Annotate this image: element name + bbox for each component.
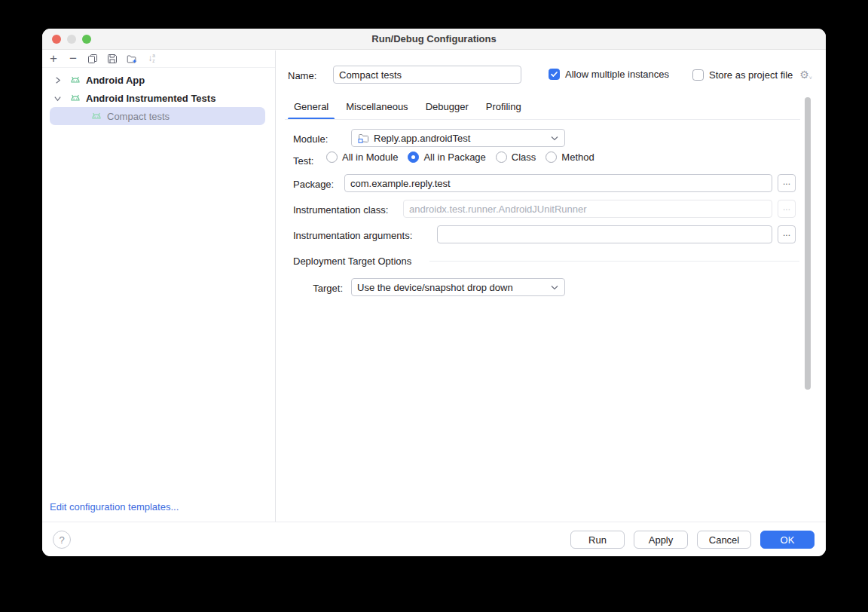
help-button[interactable]: ? — [53, 531, 71, 549]
allow-multiple-instances-checkbox[interactable]: Allow multiple instances — [549, 69, 669, 80]
configurations-tree: Android App Android Instrumented Tests — [42, 71, 275, 125]
run-debug-configurations-dialog: Run/Debug Configurations + − ↓az — [42, 29, 826, 556]
radio-selected-icon[interactable] — [408, 151, 419, 163]
module-label: Module: — [293, 133, 328, 145]
radio-method[interactable]: Method — [546, 151, 594, 163]
sort-configurations-icon[interactable]: ↓az — [145, 53, 157, 65]
tree-item-label: Android Instrumented Tests — [86, 93, 215, 104]
vertical-scrollbar[interactable] — [805, 97, 811, 390]
new-folder-icon[interactable] — [126, 53, 138, 65]
radio-unselected-icon[interactable] — [546, 151, 557, 163]
dialog-footer: ? Run Apply Cancel OK — [42, 522, 826, 556]
close-window-button[interactable] — [52, 35, 61, 44]
name-label: Name: — [288, 70, 316, 81]
package-label: Package: — [293, 179, 334, 190]
browse-instrumentation-class-button: ... — [778, 200, 796, 218]
screen-background: Run/Debug Configurations + − ↓az — [0, 0, 868, 612]
run-button[interactable]: Run — [570, 531, 625, 549]
cancel-button[interactable]: Cancel — [697, 531, 751, 549]
instrumentation-class-input — [403, 200, 772, 218]
edit-configuration-templates-link[interactable]: Edit configuration templates... — [50, 501, 179, 513]
android-icon — [90, 110, 102, 122]
deployment-target-options-header: Deployment Target Options — [293, 256, 411, 267]
chevron-down-icon[interactable] — [53, 93, 62, 103]
chevron-right-icon[interactable] — [53, 75, 62, 84]
radio-label: All in Module — [342, 151, 398, 163]
chevron-down-icon — [551, 136, 558, 141]
module-icon — [357, 132, 369, 144]
checkbox-checked-icon[interactable] — [549, 69, 560, 80]
apply-button[interactable]: Apply — [634, 531, 688, 549]
android-icon — [69, 74, 81, 86]
gear-icon[interactable]: ⚙˅ — [799, 69, 812, 81]
section-divider — [429, 261, 799, 262]
target-label: Target: — [309, 283, 343, 294]
module-select[interactable]: Reply.app.androidTest — [351, 129, 565, 147]
radio-label: Method — [561, 151, 594, 163]
instrumentation-arguments-label: Instrumentation arguments: — [293, 230, 412, 241]
tab-divider — [285, 119, 800, 120]
configuration-editor: Name: Allow multiple instances Store as … — [277, 50, 826, 521]
module-value: Reply.app.androidTest — [374, 133, 470, 144]
radio-unselected-icon[interactable] — [496, 151, 507, 163]
instrumentation-class-label: Instrumentation class: — [293, 204, 388, 216]
footer-buttons: Run Apply Cancel OK — [570, 531, 815, 549]
remove-configuration-icon[interactable]: − — [67, 53, 79, 65]
tree-item-label: Android App — [86, 75, 145, 86]
window-controls — [52, 35, 91, 44]
save-configuration-icon[interactable] — [106, 53, 118, 65]
add-configuration-icon[interactable]: + — [47, 53, 60, 65]
package-input[interactable] — [344, 174, 772, 192]
configuration-tabs: General Miscellaneous Debugger Profiling — [294, 97, 521, 120]
ok-button[interactable]: OK — [760, 531, 815, 549]
checkbox-unchecked-icon[interactable] — [692, 69, 704, 81]
tab-miscellaneous[interactable]: Miscellaneous — [346, 97, 408, 120]
radio-class[interactable]: Class — [496, 151, 536, 163]
tab-profiling[interactable]: Profiling — [486, 97, 521, 120]
tab-general[interactable]: General — [294, 97, 329, 120]
allow-multiple-instances-label: Allow multiple instances — [565, 69, 669, 80]
titlebar: Run/Debug Configurations — [42, 29, 826, 50]
test-label: Test: — [293, 155, 313, 167]
store-as-project-file-checkbox[interactable]: Store as project file ⚙˅ — [692, 69, 812, 81]
tree-item-android-app[interactable]: Android App — [42, 71, 275, 89]
android-icon — [69, 92, 81, 104]
minimize-window-button — [67, 35, 76, 44]
tree-item-android-instrumented-tests[interactable]: Android Instrumented Tests — [42, 89, 275, 107]
test-radio-group: All in Module All in Package Class Metho… — [326, 151, 594, 163]
tree-item-compact-tests[interactable]: Compact tests — [50, 107, 265, 125]
tree-item-label: Compact tests — [107, 111, 170, 122]
radio-all-in-package[interactable]: All in Package — [408, 151, 485, 163]
browse-instrumentation-arguments-button[interactable]: ... — [778, 225, 796, 243]
instrumentation-arguments-input[interactable] — [437, 225, 772, 243]
name-input[interactable] — [333, 66, 521, 84]
copy-configuration-icon[interactable] — [87, 53, 99, 65]
radio-unselected-icon[interactable] — [326, 151, 338, 163]
store-as-project-file-label: Store as project file — [709, 69, 793, 81]
sidebar-toolbar: + − ↓az — [42, 50, 275, 68]
target-value: Use the device/snapshot drop down — [357, 282, 513, 293]
dialog-title: Run/Debug Configurations — [371, 33, 496, 44]
radio-all-in-module[interactable]: All in Module — [326, 151, 398, 163]
configurations-sidebar: + − ↓az — [42, 50, 276, 522]
radio-label: All in Package — [423, 151, 485, 163]
tab-debugger[interactable]: Debugger — [426, 97, 469, 120]
chevron-down-icon — [551, 285, 558, 290]
target-select[interactable]: Use the device/snapshot drop down — [351, 278, 565, 296]
browse-package-button[interactable]: ... — [778, 174, 796, 192]
radio-label: Class — [512, 151, 536, 163]
zoom-window-button[interactable] — [82, 35, 91, 44]
